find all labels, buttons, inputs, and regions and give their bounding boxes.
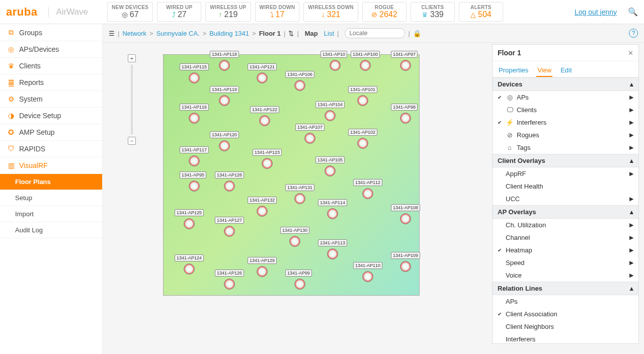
subnav-import[interactable]: Import <box>0 206 102 222</box>
ap-label: 1341-AP117 <box>180 146 209 153</box>
close-icon[interactable]: ✕ <box>628 49 633 57</box>
map-canvas[interactable]: + − 1341-AP1181341-AP101341-AP1001341-AP… <box>103 44 492 354</box>
stat-card[interactable]: CLIENTS♛ 339 <box>411 2 455 22</box>
panel-row[interactable]: Client Neighbors <box>493 320 638 333</box>
ap-marker[interactable]: 1341-AP121 <box>257 72 268 83</box>
panel-row[interactable]: ✔Client Association <box>493 308 638 320</box>
panel-row[interactable]: ✔◎APs▶ <box>493 91 638 104</box>
crumb-building[interactable]: Building 1341 <box>209 30 249 37</box>
ap-marker[interactable]: 1341-AP123 <box>262 158 273 169</box>
ap-marker[interactable]: 1341-AP108 <box>400 213 411 224</box>
ap-marker[interactable]: 1341-AP102 <box>357 138 368 149</box>
ap-marker[interactable]: 1341-AP107 <box>304 133 315 144</box>
zoom-out-button[interactable]: − <box>128 137 136 145</box>
stat-card[interactable]: ALERTS△ 504 <box>459 2 503 22</box>
ap-marker[interactable]: 1341-AP100 <box>360 60 371 71</box>
ap-marker[interactable]: 1341-AP113 <box>327 248 338 259</box>
floor-plan[interactable]: 1341-AP1181341-AP101341-AP1001341-AP9713… <box>163 54 420 296</box>
view-map[interactable]: Map <box>305 30 318 37</box>
panel-row[interactable]: Voice▶ <box>493 269 638 282</box>
panel-row[interactable]: Interferers <box>493 333 638 344</box>
panel-row[interactable]: AppRF▶ <box>493 167 638 180</box>
zoom-slider[interactable] <box>131 64 133 135</box>
subnav-audit-log[interactable]: Audit Log <box>0 222 102 238</box>
ap-marker[interactable]: 1341-AP119 <box>219 95 230 106</box>
stat-card[interactable]: WIRELESS UP↑ 219 <box>205 2 251 22</box>
ap-marker[interactable]: 1341-AP95 <box>189 181 200 192</box>
stat-card[interactable]: ROGUE⊘ 2642 <box>362 2 407 22</box>
ap-marker[interactable]: 1341-AP115 <box>189 72 200 83</box>
ap-marker[interactable]: 1341-AP99 <box>294 279 305 290</box>
nav-clients[interactable]: ♛Clients <box>0 58 102 74</box>
help-icon[interactable]: ? <box>629 29 638 38</box>
ap-marker[interactable]: 1341-AP109 <box>400 261 411 272</box>
nav-rapids[interactable]: ⛉RAPIDS <box>0 141 102 157</box>
expand-icon[interactable]: ⇅ <box>288 30 294 37</box>
panel-row[interactable]: APs <box>493 295 638 308</box>
ap-marker[interactable]: 1341-AP110 <box>362 271 373 282</box>
stat-card[interactable]: WIRELESS DOWN↓ 321 <box>303 2 358 22</box>
ap-marker[interactable]: 1341-AP120 <box>219 140 230 151</box>
stat-card[interactable]: WIRED DOWN⤵ 17 <box>255 2 300 22</box>
nav-amp-setup[interactable]: ✪AMP Setup <box>0 124 102 141</box>
nav-groups[interactable]: ⧉Groups <box>0 24 102 41</box>
stat-card[interactable]: WIRED UP⤴ 27 <box>157 2 201 22</box>
section-header[interactable]: Client Overlays▴ <box>493 154 638 167</box>
section-header[interactable]: Devices▴ <box>493 77 638 91</box>
panel-row[interactable]: Channel▶ <box>493 231 638 244</box>
ap-marker[interactable]: 1341-AP128 <box>224 181 235 192</box>
ap-marker[interactable]: 1341-AP105 <box>325 165 336 176</box>
search-icon[interactable]: 🔍 <box>628 7 638 17</box>
ap-marker[interactable]: 1341-AP124 <box>184 263 195 275</box>
ap-marker[interactable]: 1341-AP122 <box>259 115 270 126</box>
nav-reports[interactable]: ䷀Reports <box>0 74 102 91</box>
layers-icon[interactable]: ☰ <box>109 30 115 37</box>
ap-marker[interactable]: 1341-AP98 <box>400 113 411 124</box>
ap-marker[interactable]: 1341-AP118 <box>219 60 230 71</box>
nav-device-setup[interactable]: ◑Device Setup <box>0 108 102 124</box>
nav-visualrf[interactable]: ▥VisualRF <box>0 157 102 174</box>
crumb-network[interactable]: Network <box>122 30 146 37</box>
ap-marker[interactable]: 1341-AP125 <box>184 218 195 229</box>
ap-marker[interactable]: 1341-AP114 <box>327 208 338 219</box>
view-list[interactable]: List <box>324 30 334 37</box>
panel-row[interactable]: 🖵Clients▶ <box>493 104 638 116</box>
ap-marker[interactable]: 1341-AP127 <box>224 226 235 237</box>
section-header[interactable]: AP Overlays▴ <box>493 205 638 219</box>
ap-marker[interactable]: 1341-AP101 <box>357 95 368 106</box>
ap-marker[interactable]: 1341-AP97 <box>400 60 411 71</box>
ap-marker[interactable]: 1341-AP116 <box>189 113 200 124</box>
nav-aps-devices[interactable]: ◎APs/Devices <box>0 41 102 58</box>
panel-row[interactable]: ⌂Tags▶ <box>493 141 638 154</box>
locate-input[interactable] <box>345 28 405 38</box>
panel-row[interactable]: ⊘Rogues▶ <box>493 129 638 141</box>
nav-system[interactable]: ⚙System <box>0 91 102 108</box>
ap-marker[interactable]: 1341-AP130 <box>289 236 300 247</box>
subnav-floor-plans[interactable]: Floor Plans <box>0 174 102 190</box>
tab-view[interactable]: View <box>536 64 552 77</box>
logout-link[interactable]: Log out jenny <box>575 8 617 16</box>
lock-icon[interactable]: 🔒 <box>413 30 421 37</box>
section-header[interactable]: Relation Lines▴ <box>493 282 638 295</box>
panel-row[interactable]: Speed▶ <box>493 256 638 269</box>
ap-marker[interactable]: 1341-AP129 <box>257 266 268 277</box>
tab-properties[interactable]: Properties <box>498 64 529 77</box>
ap-marker[interactable]: 1341-AP106 <box>294 80 305 91</box>
ap-marker[interactable]: 1341-AP104 <box>325 110 336 121</box>
ap-marker[interactable]: 1341-AP126 <box>224 279 235 290</box>
ap-marker[interactable]: 1341-AP117 <box>189 155 200 166</box>
ap-marker[interactable]: 1341-AP112 <box>362 188 373 199</box>
ap-marker[interactable]: 1341-AP132 <box>257 206 268 217</box>
subnav-setup[interactable]: Setup <box>0 190 102 206</box>
zoom-in-button[interactable]: + <box>128 54 136 62</box>
ap-marker[interactable]: 1341-AP10 <box>330 60 341 71</box>
panel-row[interactable]: Ch. Utilization▶ <box>493 219 638 231</box>
panel-row[interactable]: Client Health <box>493 180 638 193</box>
stat-card[interactable]: NEW DEVICES◎ 67 <box>107 2 153 22</box>
panel-row[interactable]: ✔⚡Interferers▶ <box>493 116 638 129</box>
ap-marker[interactable]: 1341-AP131 <box>294 193 305 204</box>
tab-edit[interactable]: Edit <box>559 64 573 77</box>
panel-row[interactable]: ✔Heatmap▶ <box>493 244 638 256</box>
panel-row[interactable]: UCC▶ <box>493 193 638 205</box>
crumb-campus[interactable]: Sunnyvale CA. <box>156 30 200 37</box>
